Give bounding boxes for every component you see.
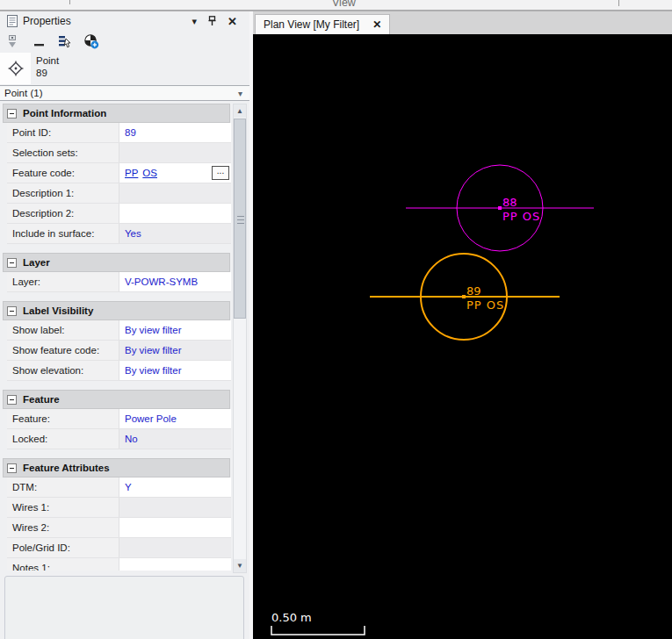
property-value[interactable] [119,143,231,162]
collapse-minus-icon[interactable] [7,306,17,316]
selection-summary: Point 89 [0,53,249,84]
property-label: Feature: [7,409,119,428]
property-row: Point ID:89 [7,123,231,143]
property-label: Show feature code: [7,341,119,360]
point-id-label: 88 [502,196,517,209]
plan-view-area: Plan View [My Filter] ✕ 88PP OS89PP OS0.… [249,11,672,639]
select-columns-icon[interactable] [57,34,73,50]
ribbon-bottom-strip: View [0,0,672,10]
section-title: Feature Attributes [23,463,110,473]
collapse-minus-icon[interactable] [7,258,17,268]
feature-code-link[interactable]: OS [142,168,157,178]
property-row: Wires 1: [7,498,231,518]
property-value-text: V-POWR-SYMB [125,276,198,287]
selection-id: 89 [36,67,59,79]
property-value[interactable] [119,558,231,571]
property-label: Wires 1: [7,498,119,517]
properties-titlebar: Properties ▾ ✕ [0,11,249,31]
property-row: Layer:V-POWR-SYMB [7,272,231,292]
property-label: Notes 1: [7,558,119,571]
property-value[interactable]: V-POWR-SYMB [119,272,231,291]
property-value[interactable]: By view filter [119,341,231,360]
property-value[interactable]: 89 [119,123,231,142]
property-value[interactable] [119,538,231,557]
plan-view-canvas[interactable]: 88PP OS89PP OS0.50 m [253,34,672,639]
property-row: Include in surface:Yes [7,224,231,244]
add-georeference-icon[interactable] [83,34,99,50]
collapse-minus-icon[interactable] [7,463,17,473]
tab-plan-view[interactable]: Plan View [My Filter] ✕ [255,14,390,34]
chevron-down-icon: ▾ [238,89,242,98]
properties-toolbar [0,31,249,53]
property-value[interactable]: By view filter [119,361,231,380]
property-value[interactable]: Power Pole [119,409,231,428]
property-row: Locked:No [7,429,231,449]
property-value[interactable]: Yes [119,224,231,243]
menu-view[interactable]: View [332,0,356,9]
property-row: Description 1: [7,183,231,204]
ellipsis-button[interactable]: ... [212,166,229,180]
document-icon [7,15,18,27]
property-value-text: Yes [125,228,141,239]
property-value[interactable] [119,518,231,537]
property-row: Pole/Grid ID: [7,538,231,558]
description-box [4,576,244,639]
property-label: Include in surface: [7,224,119,243]
property-value[interactable]: By view filter [119,320,231,340]
section-header[interactable]: Point Information [3,104,230,123]
plan-point-89[interactable]: 89PP OS [370,254,560,340]
property-value[interactable]: No [119,429,231,449]
property-row: Show feature code:By view filter [7,341,231,361]
feature-code-link[interactable]: PP [125,168,138,178]
selection-type-label: Point [36,54,59,67]
plan-point-88[interactable]: 88PP OS [406,165,594,251]
collapse-all-icon[interactable] [31,34,47,50]
filter-icon[interactable] [4,34,20,50]
property-value-text: Power Pole [125,413,177,424]
properties-panel: Properties ▾ ✕ [0,11,249,639]
section-title: Feature [23,394,60,405]
property-value[interactable] [119,498,231,517]
scrollbar-grip [237,216,244,224]
property-row: Feature:Power Pole [7,409,231,429]
property-row: DTM:Y [7,477,231,498]
property-label: Locked: [7,429,119,449]
pin-button[interactable] [208,16,216,26]
window-menu-button[interactable]: ▾ [192,17,198,26]
property-row: Show label:By view filter [7,320,231,341]
section-header[interactable]: Layer [3,253,230,272]
collapse-minus-icon[interactable] [7,109,17,118]
section-header[interactable]: Feature [3,390,230,409]
selection-type-dropdown[interactable]: Point (1) ▾ [0,85,249,101]
scale-bar-label: 0.50 m [271,611,312,624]
property-value[interactable] [119,183,231,203]
scroll-up-icon[interactable]: ▲ [234,104,246,118]
property-value-text: By view filter [125,365,182,376]
section-header[interactable]: Feature Attributes [3,458,230,477]
properties-scrollbar[interactable]: ▲ ▼ [233,104,247,573]
collapse-minus-icon[interactable] [7,395,17,405]
point-id-label: 89 [466,284,481,298]
scale-bar: 0.50 m [271,611,365,635]
property-label: DTM: [7,477,119,497]
tab-label: Plan View [My Filter] [264,18,359,31]
close-button[interactable]: ✕ [228,16,237,27]
property-label: Description 1: [7,183,119,203]
plan-drawing: 88PP OS89PP OS0.50 m [253,34,672,639]
property-label: Feature code: [7,163,119,183]
scroll-down-icon[interactable]: ▼ [234,559,246,572]
property-row: Description 2: [7,204,231,224]
point-code-label: PP OS [466,298,504,312]
property-label: Description 2: [7,204,119,223]
property-label: Layer: [7,272,119,291]
section-title: Point Information [23,108,106,118]
property-value[interactable]: PPOS... [119,163,231,183]
scrollbar-thumb[interactable] [234,118,246,319]
property-label: Point ID: [7,123,119,142]
property-label: Selection sets: [7,143,119,162]
property-value[interactable]: Y [119,477,231,497]
property-value-text: 89 [125,127,136,138]
tab-close-icon[interactable]: ✕ [372,19,381,30]
section-header[interactable]: Label Visibility [3,301,230,320]
property-value[interactable] [119,204,231,223]
